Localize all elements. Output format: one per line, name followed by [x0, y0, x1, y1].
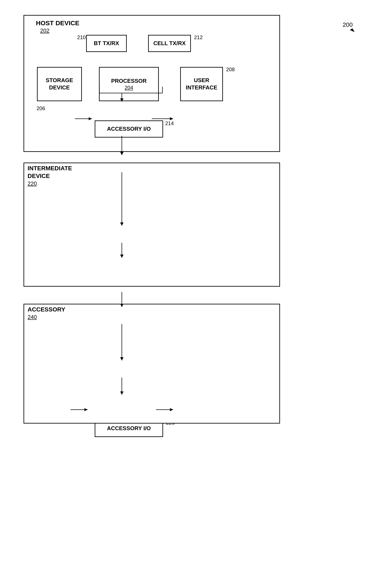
host-device-num: 202	[40, 27, 49, 34]
accessory-io-host-box: ACCESSORY I/O	[95, 120, 163, 138]
processor-num: 204	[125, 85, 133, 91]
accessory-io-host-ref: 214	[165, 120, 174, 127]
accessory-label: ACCESSORY	[28, 306, 65, 313]
accessory-io-int-label: ACCESSORY I/O	[107, 425, 151, 432]
accessory-num: 240	[28, 314, 37, 320]
accessory-io-host-label: ACCESSORY I/O	[107, 125, 151, 133]
storage-device-ref: 206	[37, 105, 45, 111]
accessory-box: ACCESSORY 240 DOCKING I/O CONTROLLER BT …	[24, 304, 280, 424]
user-interface-host-box: USER INTERFACE	[180, 67, 223, 101]
processor-box: PROCESSOR 204	[99, 67, 159, 101]
user-interface-host-label: USER INTERFACE	[181, 77, 222, 91]
cell-txrx-ref: 212	[194, 34, 203, 40]
intermediate-device-num: 220	[28, 180, 37, 187]
cell-txrx-label: CELL TX/RX	[153, 40, 185, 47]
host-device-label: HOST DEVICE	[36, 19, 79, 27]
ref-200: 200	[343, 21, 353, 28]
ref-200-arrow	[350, 29, 355, 33]
intermediate-device-box: INTERMEDIATE DEVICE 220 HOST I/O 224 CON…	[24, 163, 280, 287]
diagram-container: 200 HOST DEVICE 202 BT TX/RX 210 CELL TX…	[17, 9, 370, 563]
processor-label: PROCESSOR	[111, 78, 147, 85]
svg-marker-10	[120, 152, 123, 155]
bt-txrx-label: BT TX/RX	[94, 40, 119, 47]
intermediate-device-label: INTERMEDIATE	[28, 165, 72, 172]
intermediate-device-label2: DEVICE	[28, 173, 50, 179]
user-interface-host-ref: 208	[226, 66, 235, 73]
storage-device-label: STORAGE DEVICE	[38, 77, 81, 91]
bt-txrx-box: BT TX/RX	[86, 35, 127, 52]
cell-txrx-box: CELL TX/RX	[148, 35, 191, 52]
host-device-box: HOST DEVICE 202 BT TX/RX 210 CELL TX/RX …	[24, 15, 280, 152]
storage-device-box: STORAGE DEVICE	[37, 67, 82, 101]
bt-txrx-ref: 210	[77, 34, 86, 40]
